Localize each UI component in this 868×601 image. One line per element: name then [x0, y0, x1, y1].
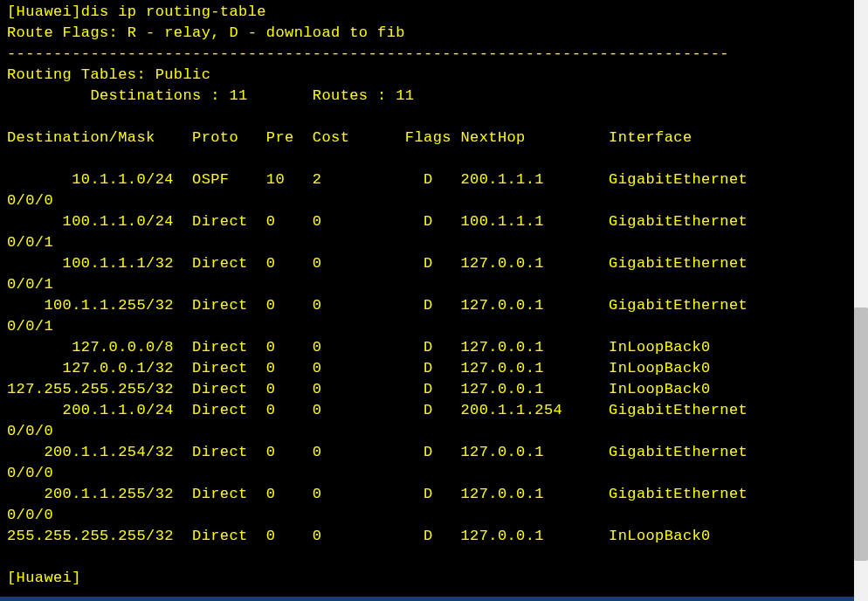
scrollbar-thumb[interactable]: [854, 307, 868, 561]
scrollbar-track[interactable]: [854, 0, 868, 601]
titlebar-strip: [0, 597, 854, 601]
terminal-output[interactable]: [Huawei]dis ip routing-table Route Flags…: [0, 0, 854, 601]
